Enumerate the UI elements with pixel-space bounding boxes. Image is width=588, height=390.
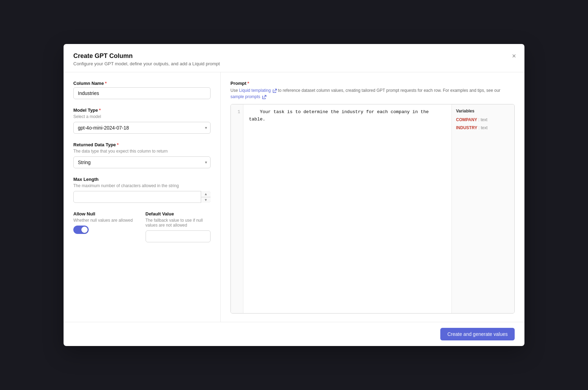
create-gpt-column-modal: Create GPT Column Configure your GPT mod…	[64, 44, 524, 346]
line-number-1: 1	[234, 109, 240, 116]
toggle-thumb	[81, 227, 88, 233]
column-name-label: Column Name *	[73, 81, 211, 86]
variables-title: Variables	[456, 109, 510, 113]
allow-null-default-row: Allow Null Whether null values are allow…	[73, 211, 211, 251]
returned-data-type-label: Returned Data Type *	[73, 142, 211, 147]
spinner-up-button[interactable]: ▲	[201, 191, 211, 197]
default-value-sublabel: The fallback value to use if null values…	[146, 218, 211, 228]
model-type-select-wrapper: gpt-4o-mini-2024-07-18 gpt-4o-2024-08-06…	[73, 122, 211, 134]
variable-item-company: COMPANY : text	[456, 117, 510, 123]
model-type-select[interactable]: gpt-4o-mini-2024-07-18 gpt-4o-2024-08-06…	[73, 122, 211, 134]
default-value-label: Default Value	[146, 211, 211, 216]
max-length-sublabel: The maximum number of characters allowed…	[73, 183, 211, 188]
prompt-editor-container: 1 Your task is to determine the industry…	[230, 104, 515, 314]
modal-header: Create GPT Column Configure your GPT mod…	[64, 44, 524, 72]
spinner-down-button[interactable]: ▼	[201, 197, 211, 203]
model-type-sublabel: Select a model	[73, 114, 211, 119]
variable-type-company: : text	[478, 117, 487, 122]
variables-panel: Variables COMPANY : text INDUSTRY : text	[451, 104, 514, 313]
modal-title: Create GPT Column	[73, 52, 515, 60]
number-spinners: ▲ ▼	[201, 191, 211, 203]
prompt-editor[interactable]: 1 Your task is to determine the industry…	[231, 104, 451, 313]
line-numbers: 1	[231, 104, 243, 313]
returned-data-type-select-wrapper: String Number Boolean JSON ▾	[73, 156, 211, 168]
column-name-group: Column Name *	[73, 81, 211, 99]
sample-prompts-link[interactable]: sample prompts	[230, 94, 266, 99]
returned-data-type-group: Returned Data Type * The data type that …	[73, 142, 211, 168]
allow-null-group: Allow Null Whether null values are allow…	[73, 211, 139, 242]
variable-name-company: COMPANY	[456, 117, 477, 122]
prompt-code-editor[interactable]: Your task is to determine the industry f…	[243, 104, 451, 313]
max-length-input[interactable]	[73, 191, 211, 203]
required-indicator: *	[248, 81, 249, 86]
variable-type-industry: : text	[478, 125, 487, 130]
variable-item-industry: INDUSTRY : text	[456, 125, 510, 131]
liquid-templating-link[interactable]: Liquid templating	[239, 88, 278, 93]
required-indicator: *	[117, 142, 119, 147]
modal-body: Column Name * Model Type * Select a mode…	[64, 72, 524, 322]
external-link-icon-2	[262, 95, 266, 99]
allow-null-toggle[interactable]	[73, 226, 89, 234]
create-generate-button[interactable]: Create and generate values	[440, 328, 515, 340]
external-link-icon	[273, 89, 277, 93]
prompt-label: Prompt *	[230, 81, 515, 86]
required-indicator: *	[99, 108, 101, 113]
model-type-label: Model Type *	[73, 108, 211, 113]
close-icon: ×	[512, 52, 516, 60]
default-value-input[interactable]	[146, 230, 211, 242]
default-value-group: Default Value The fallback value to use …	[146, 211, 211, 242]
prompt-description: Use Liquid templating to reference datas…	[230, 87, 515, 100]
returned-data-type-select[interactable]: String Number Boolean JSON	[73, 156, 211, 168]
variable-name-industry: INDUSTRY	[456, 125, 477, 130]
left-panel: Column Name * Model Type * Select a mode…	[64, 72, 221, 322]
close-button[interactable]: ×	[510, 51, 517, 61]
model-type-group: Model Type * Select a model gpt-4o-mini-…	[73, 108, 211, 134]
modal-footer: Create and generate values	[64, 322, 524, 346]
allow-null-label: Allow Null	[73, 211, 139, 216]
max-length-label: Max Length	[73, 177, 211, 182]
column-name-input[interactable]	[73, 87, 211, 99]
required-indicator: *	[105, 81, 106, 86]
max-length-group: Max Length The maximum number of charact…	[73, 177, 211, 203]
max-length-input-wrapper: ▲ ▼	[73, 191, 211, 203]
modal-subtitle: Configure your GPT model, define your ou…	[73, 61, 515, 66]
right-panel: Prompt * Use Liquid templating to refere…	[221, 72, 524, 322]
allow-null-sublabel: Whether null values are allowed	[73, 218, 139, 223]
toggle-container	[73, 226, 139, 234]
returned-data-type-sublabel: The data type that you expect this colum…	[73, 149, 211, 154]
